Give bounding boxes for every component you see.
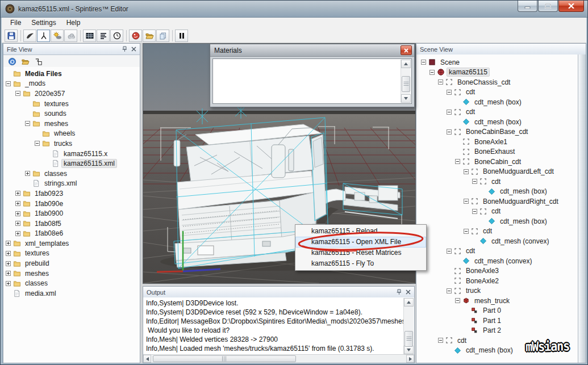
collapse-icon[interactable]: [472, 178, 478, 184]
tree-item-textures[interactable]: textures: [3, 99, 140, 109]
tree-item-cdt[interactable]: cdt: [416, 107, 578, 118]
tree-item-cdt[interactable]: cdt: [416, 87, 578, 98]
menu-file[interactable]: File: [5, 18, 26, 28]
collapse-icon[interactable]: [472, 208, 478, 215]
scroll-track[interactable]: [404, 307, 414, 346]
tree-item-media-files[interactable]: Media Files: [3, 69, 140, 79]
tree-item-boneaxle3[interactable]: BoneAxle3: [416, 266, 578, 276]
output-horizontal-scrollbar[interactable]: [143, 354, 414, 363]
materials-list[interactable]: [212, 58, 412, 104]
menu-help[interactable]: Help: [61, 18, 86, 28]
collapse-icon[interactable]: [35, 140, 41, 146]
tree-item-1fab0923[interactable]: 1fab0923: [3, 188, 140, 199]
tree-item-strings-xml[interactable]: strings.xml: [3, 179, 140, 189]
expand-icon[interactable]: [6, 261, 12, 267]
tree-item--mods[interactable]: _mods: [3, 79, 140, 89]
scroll-left-button[interactable]: [143, 355, 151, 363]
scroll-up-button[interactable]: [401, 60, 411, 68]
collapse-icon[interactable]: [464, 198, 470, 204]
expand-icon[interactable]: [15, 211, 22, 217]
tree-item-cdt[interactable]: cdt: [416, 177, 578, 187]
scroll-up-button[interactable]: [404, 298, 414, 307]
open-folder-small-button[interactable]: [19, 56, 31, 67]
materials-scrollbar[interactable]: [401, 60, 411, 103]
scroll-down-button[interactable]: [404, 346, 414, 354]
tree-item-meshes[interactable]: meshes: [3, 119, 140, 129]
collapse-icon[interactable]: [447, 129, 453, 135]
paint-button[interactable]: [23, 30, 36, 42]
scroll-down-button[interactable]: [401, 94, 411, 103]
panel-grid-button[interactable]: [83, 30, 96, 42]
tree-item-1fab090e[interactable]: 1fab090e: [3, 199, 140, 209]
environment-button[interactable]: [51, 30, 64, 42]
tree-item-textures[interactable]: textures: [3, 249, 140, 259]
pin-icon[interactable]: [120, 45, 128, 53]
cloud-button[interactable]: [64, 30, 77, 42]
tree-item-cdt-mesh-box-[interactable]: cdt_mesh (box): [416, 117, 578, 127]
collapse-icon[interactable]: [464, 228, 470, 234]
tree-item-media-xml[interactable]: media.xml: [3, 288, 140, 299]
title-bar[interactable]: kamaz65115.xml - Spintires™ Editor: [1, 1, 587, 18]
collapse-icon[interactable]: [447, 89, 453, 95]
tree-item-boneaxle1[interactable]: BoneAxle1: [416, 137, 578, 147]
tree-item-xml-templates[interactable]: xml_templates: [3, 238, 140, 249]
expand-icon[interactable]: [15, 190, 22, 196]
scene-vertical-scrollbar[interactable]: [578, 54, 586, 363]
save-button[interactable]: [5, 30, 18, 42]
close-button[interactable]: [558, 1, 584, 12]
collapse-icon[interactable]: [25, 120, 31, 127]
expand-icon[interactable]: [15, 230, 22, 237]
context-menu-item-kamaz65115-open-xml-file[interactable]: kamaz65115 - Open XML File: [295, 237, 426, 247]
tree-item-cdt-mesh-box-[interactable]: cdt_mesh (box): [416, 216, 578, 226]
context-menu-item-kamaz65115-reload[interactable]: kamaz65115 - Reload: [295, 226, 426, 237]
tree-item-cdt-mesh-box-[interactable]: cdt_mesh (box): [416, 97, 578, 107]
scroll-thumb[interactable]: [404, 331, 413, 347]
tree-item-boneexhaust[interactable]: BoneExhaust: [416, 147, 578, 157]
tree-item-1fab08f5[interactable]: 1fab08f5: [3, 219, 140, 229]
clock-button[interactable]: [110, 30, 123, 42]
sync-button[interactable]: [6, 56, 18, 67]
collapse-icon[interactable]: [421, 59, 427, 65]
close-panel-icon[interactable]: [130, 45, 137, 53]
tree-item-kamaz65115[interactable]: kamaz65115: [416, 68, 578, 78]
context-menu-item-kamaz65115-reset-matrices[interactable]: kamaz65115 - Reset Matrices: [295, 247, 426, 258]
expand-icon[interactable]: [6, 240, 12, 246]
collapse-icon[interactable]: [447, 288, 453, 294]
tree-item-truck[interactable]: truck: [416, 286, 578, 296]
collapse-icon[interactable]: [464, 169, 470, 175]
expand-icon[interactable]: [6, 250, 12, 257]
tree-item-cdt-mesh-box-[interactable]: cdt_mesh (box): [416, 187, 578, 197]
tree-item-bonecabinbase-cdt[interactable]: BoneCabinBase_cdt: [416, 127, 578, 137]
relative-paths-button[interactable]: [32, 56, 44, 67]
scroll-right-button[interactable]: [406, 355, 414, 363]
expand-icon[interactable]: [6, 270, 12, 276]
close-panel-icon[interactable]: [404, 288, 412, 296]
tree-item-prebuild[interactable]: prebuild: [3, 258, 140, 268]
pause-button[interactable]: [175, 30, 188, 42]
tree-item-part-1[interactable]: Part 1: [416, 316, 578, 326]
tree-item-wheels[interactable]: wheels: [3, 129, 140, 139]
tree-item-kamaz65115-xml[interactable]: kamaz65115.xml: [3, 158, 140, 169]
copy-pages-button[interactable]: [156, 30, 169, 42]
tree-item-mesh-truck[interactable]: mesh_truck: [416, 296, 578, 306]
tree-item-part-0[interactable]: Part 0: [416, 306, 578, 316]
scroll-track[interactable]: [401, 68, 411, 94]
tree-item-cdt-mesh-convex-[interactable]: cdt_mesh (convex): [416, 236, 578, 246]
tree-item-scene[interactable]: Scene: [416, 57, 578, 68]
tree-item-kamaz65115-x[interactable]: kamaz65115.x: [3, 149, 140, 159]
scroll-thumb[interactable]: [402, 76, 410, 92]
log-list-button[interactable]: [97, 30, 110, 42]
tree-item-part-2[interactable]: Part 2: [416, 326, 578, 336]
tree-item-boneaxle2[interactable]: BoneAxle2: [416, 276, 578, 286]
tree-item-bonecabin-cdt[interactable]: BoneCabin_cdt: [416, 157, 578, 167]
materials-close-button[interactable]: [401, 45, 412, 55]
debug-button[interactable]: [129, 30, 142, 42]
collapse-icon[interactable]: [455, 158, 461, 165]
pose-button[interactable]: [37, 30, 50, 42]
tree-item-cdt-mesh-convex-[interactable]: cdt_mesh (convex): [416, 256, 578, 266]
expand-icon[interactable]: [15, 200, 22, 207]
collapse-icon[interactable]: [438, 337, 444, 343]
tree-item-classes[interactable]: classes: [3, 169, 140, 179]
scroll-track[interactable]: [151, 355, 406, 363]
tree-item-1fab08e6[interactable]: 1fab08e6: [3, 229, 140, 239]
